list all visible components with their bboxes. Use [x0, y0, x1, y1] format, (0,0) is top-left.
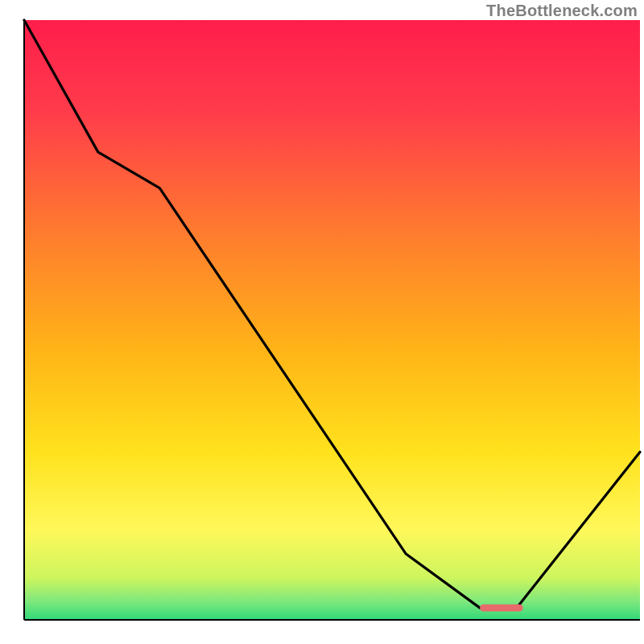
bottleneck-chart	[0, 0, 644, 644]
source-attribution: TheBottleneck.com	[486, 2, 638, 20]
chart-background-gradient	[24, 20, 640, 620]
chart-container: TheBottleneck.com	[0, 0, 644, 644]
highlight-bar	[480, 605, 523, 612]
